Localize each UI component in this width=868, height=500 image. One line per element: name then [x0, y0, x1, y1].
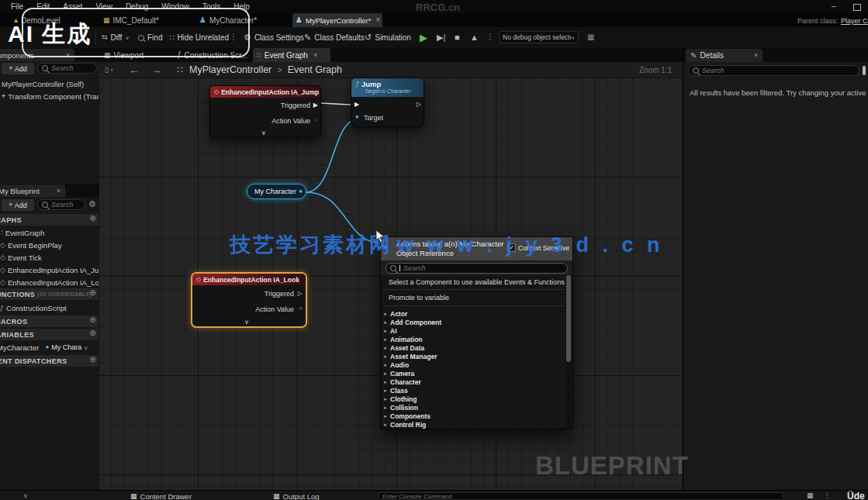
exec-input-pin[interactable]: ▶ — [354, 102, 359, 108]
asset-tab-myplayercontroller[interactable]: ♟ MyPlayerController* × — [292, 13, 382, 27]
category-camera[interactable]: ▸Camera — [381, 369, 559, 378]
bool-output-pin[interactable]: ○ — [314, 117, 318, 123]
class-defaults-button[interactable]: ✎ Class Defaults — [304, 27, 365, 48]
section-label: EVENT DISPATCHERS — [0, 357, 67, 365]
bp-item-constructionscript[interactable]: ƒ ConstructionScript — [0, 302, 99, 313]
add-variable-icon[interactable]: ⊕ — [89, 329, 96, 337]
exec-output-pin[interactable]: ▷ — [298, 291, 303, 297]
close-icon[interactable]: × — [375, 16, 380, 24]
add-dispatcher-icon[interactable]: ⊕ — [89, 356, 96, 364]
node-my-character[interactable]: My Character ● — [247, 184, 306, 199]
add-graph-icon[interactable]: ⊕ — [89, 215, 96, 222]
play-button[interactable]: ▶ — [420, 33, 427, 43]
category-asset-data[interactable]: ▸Asset Data — [381, 343, 559, 352]
bp-item-tick[interactable]: ◇ Event Tick — [0, 252, 99, 263]
components-search[interactable] — [37, 63, 97, 74]
category-audio[interactable]: ▸Audio — [381, 360, 559, 369]
myblueprint-add-button[interactable]: + Add — [2, 199, 34, 211]
derived-data-icon[interactable]: ▦ — [807, 492, 814, 499]
bp-item-mycharacter-variable[interactable]: MyCharacter ● My Chara ∨ — [0, 342, 99, 353]
maximize-button-icon[interactable] — [853, 4, 861, 11]
promote-to-variable-row[interactable]: Promote to variable — [389, 293, 567, 302]
category-asset-manager[interactable]: ▸Asset Manager — [381, 352, 559, 360]
output-log-button[interactable]: ▦ Output Log — [273, 492, 320, 500]
section-event-dispatchers[interactable]: EVENT DISPATCHERS ⊕ — [0, 355, 99, 367]
target-input-pin[interactable]: ● — [355, 114, 359, 120]
component-item-transform[interactable]: + Transform Component (Transfo — [2, 91, 99, 102]
details-search[interactable] — [688, 65, 859, 76]
exec-output-pin[interactable]: ▷ — [417, 102, 421, 108]
category-animation[interactable]: ▸Animation — [381, 335, 559, 343]
collapse-chevron-icon[interactable]: ∨ — [261, 130, 266, 136]
category-character[interactable]: ▸Character — [381, 378, 559, 386]
class-settings-button[interactable]: ⚙ Class Settings — [244, 27, 304, 48]
pin-label-action-value: Action Value — [255, 305, 294, 313]
bp-item-ia-jump[interactable]: ◇ EnhancedInputAction IA_Jump — [0, 264, 99, 275]
object-pin-icon: ● — [45, 344, 49, 350]
category-collision[interactable]: ▸Collision — [381, 403, 559, 412]
section-label: MACROS — [0, 318, 27, 326]
myblueprint-search[interactable] — [37, 199, 85, 210]
tab-my-blueprint[interactable]: My Blueprint × — [0, 184, 65, 197]
scrollbar-track[interactable] — [566, 275, 571, 429]
category-class[interactable]: ▸Class — [381, 386, 559, 395]
section-macros[interactable]: MACROS ⊕ — [0, 316, 99, 327]
add-macro-icon[interactable]: ⊕ — [89, 316, 96, 324]
component-item-self[interactable]: MyPlayerController (Self) — [2, 78, 99, 89]
debug-object-dropdown[interactable]: No debug object selected ∨ — [499, 31, 579, 43]
components-search-input[interactable] — [51, 64, 92, 72]
content-drawer-button[interactable]: ▦ Content Drawer — [130, 492, 192, 500]
stop-button[interactable]: ■ — [455, 33, 460, 42]
play-options-icon[interactable]: ⋮ — [486, 33, 494, 41]
bp-item-label: ConstructionScript — [6, 304, 67, 312]
components-add-button[interactable]: + Add — [2, 63, 34, 74]
category-control-rig[interactable]: ▸Control Rig — [381, 420, 559, 429]
context-menu-search[interactable] — [386, 263, 568, 274]
select-component-row[interactable]: Select a Component to use available Even… — [389, 278, 570, 286]
chevron-down-icon[interactable]: ∨ — [84, 345, 88, 350]
category-components[interactable]: ▸Components — [381, 412, 559, 420]
tab-details[interactable]: ✎ Details × — [686, 49, 763, 62]
section-functions[interactable]: FUNCTIONS (20 OVERRIDABLE) ⊕ — [0, 288, 99, 300]
bp-item-beginplay[interactable]: ◇ Event BeginPlay — [0, 240, 99, 250]
eject-button[interactable]: ▲ — [470, 33, 479, 42]
section-variables[interactable]: VARIABLES ⊕ — [0, 329, 99, 340]
category-actor[interactable]: ▸Actor — [381, 309, 559, 318]
category-label: Camera — [390, 370, 414, 378]
node-ia-look[interactable]: ◇ EnhancedInputAction IA_Look Triggered … — [191, 272, 307, 328]
search-icon — [390, 265, 396, 271]
details-search-input[interactable] — [702, 67, 855, 74]
close-icon[interactable]: × — [57, 188, 61, 195]
details-scrollbar[interactable] — [863, 66, 866, 75]
category-ai[interactable]: ▸AI — [381, 326, 559, 335]
settings-gear-icon[interactable]: ⚙ — [88, 200, 96, 209]
node-jump[interactable]: ƒ Jump Target is Character ▶ ▷ ● Target — [351, 78, 424, 127]
object-output-pin[interactable]: ● — [299, 188, 303, 195]
bp-item-eventgraph[interactable]: ∷ EventGraph — [0, 227, 99, 238]
chevron-down-icon[interactable]: ∨ — [23, 493, 28, 499]
event-diamond-icon: ◇ — [0, 267, 5, 274]
category-add-component[interactable]: ▸Add Component — [381, 318, 559, 326]
console-command-input[interactable] — [382, 493, 780, 500]
myblueprint-search-input[interactable] — [51, 201, 81, 209]
debug-filter-icon[interactable]: ▦ — [587, 33, 594, 41]
console-command-box[interactable] — [379, 492, 783, 500]
category-clothing[interactable]: ▸Clothing — [381, 395, 559, 403]
section-graphs[interactable]: GRAPHS ⊕ — [0, 214, 99, 226]
menu-file[interactable]: File — [11, 2, 23, 11]
add-function-icon[interactable]: ⊕ — [89, 289, 96, 297]
add-label: Add — [15, 65, 27, 73]
collapse-chevron-icon[interactable]: ∨ — [244, 319, 249, 326]
close-icon[interactable]: × — [754, 52, 758, 59]
frame-skip-button[interactable]: ▶| — [437, 33, 445, 42]
scrollbar-thumb[interactable] — [566, 275, 571, 362]
parent-class-link[interactable]: Player Controller — [841, 17, 868, 25]
vector-output-pin[interactable]: ○ — [299, 305, 303, 312]
status-kebab-icon[interactable]: ⋮ — [824, 492, 831, 499]
context-menu-search-input[interactable] — [403, 264, 563, 272]
simulation-button[interactable]: ↺ Simulation — [365, 27, 411, 48]
exec-output-pin[interactable]: ▶ — [313, 102, 318, 109]
node-ia-jump[interactable]: ◇ EnhancedInputAction IA_Jump Triggered … — [209, 85, 321, 138]
bp-item-ia-look[interactable]: ◇ EnhancedInputAction IA_Look — [0, 277, 99, 288]
minimize-button-icon[interactable]: – — [832, 2, 836, 10]
